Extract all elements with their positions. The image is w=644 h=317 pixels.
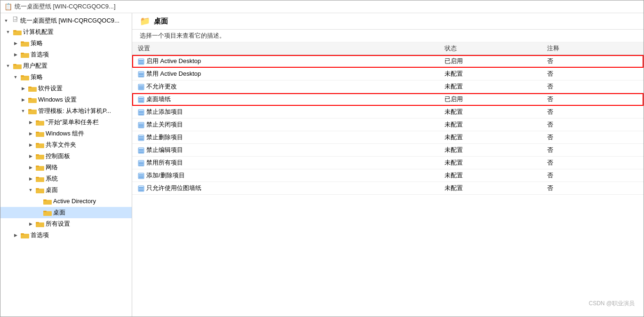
title-bar: 📋 统一桌面壁纸 [WIN-CQRCGQOC9...] bbox=[0, 0, 644, 13]
table-area[interactable]: 设置状态注释 启用 Active Desktop已启用否 禁用 Active D… bbox=[132, 42, 644, 317]
setting-name-cell: 不允许更改 bbox=[132, 80, 439, 93]
tree-toggle[interactable] bbox=[12, 40, 19, 47]
main-window: 📋 统一桌面壁纸 [WIN-CQRCGQOC9...] 统一桌面壁纸 [WIN-… bbox=[0, 0, 644, 317]
table-row[interactable]: 只允许使用位图墙纸未配置否 bbox=[132, 182, 644, 195]
tree-item-preference1[interactable]: 首选项 bbox=[0, 49, 132, 60]
folder-icon bbox=[28, 96, 37, 103]
table-row[interactable]: 禁用 Active Desktop未配置否 bbox=[132, 68, 644, 80]
tree-item-shared-folder[interactable]: 共享文件夹 bbox=[0, 139, 132, 151]
tree-toggle[interactable] bbox=[19, 85, 27, 92]
table-row[interactable]: 禁止关闭项目未配置否 bbox=[132, 119, 644, 131]
tree-item-windows-settings[interactable]: Windows 设置 bbox=[0, 94, 132, 105]
svg-rect-30 bbox=[36, 177, 39, 178]
tree-item-system[interactable]: 系统 bbox=[0, 173, 132, 184]
tree-toggle[interactable] bbox=[19, 96, 27, 103]
table-row[interactable]: 禁止添加项目未配置否 bbox=[132, 106, 644, 119]
window-title: 统一桌面壁纸 [WIN-CQRCGQOC9...] bbox=[15, 2, 116, 11]
setting-name-cell: 添加/删除项目 bbox=[132, 169, 439, 182]
tree-item-label: 管理模板: 从本地计算机P... bbox=[38, 106, 111, 116]
tree-item-strategy1[interactable]: 策略 bbox=[0, 38, 132, 49]
svg-rect-64 bbox=[139, 127, 143, 127]
tree-toggle[interactable] bbox=[27, 220, 34, 228]
tree-toggle[interactable] bbox=[27, 119, 34, 126]
tree-toggle[interactable] bbox=[27, 152, 34, 160]
folder-icon bbox=[36, 153, 44, 159]
tree-toggle[interactable] bbox=[12, 51, 19, 58]
svg-rect-6 bbox=[21, 41, 24, 43]
setting-status-cell: 未配置 bbox=[439, 169, 541, 182]
table-row[interactable]: 启用 Active Desktop已启用否 bbox=[132, 55, 644, 68]
tree-toggle[interactable] bbox=[27, 141, 34, 149]
tree-item-computer-config[interactable]: 计算机配置 bbox=[0, 26, 132, 38]
tree-item-all-settings[interactable]: 所有设置 bbox=[0, 218, 132, 230]
svg-rect-4 bbox=[13, 30, 16, 32]
folder-icon bbox=[36, 164, 44, 171]
tree-item-desktop[interactable]: 桌面 bbox=[0, 184, 132, 196]
tree-item-label: 策略 bbox=[31, 72, 43, 82]
setting-status-cell: 未配置 bbox=[439, 106, 541, 119]
tree-item-preference2[interactable]: 首选项 bbox=[0, 230, 132, 241]
setting-status-cell: 未配置 bbox=[439, 131, 541, 144]
tree-item-windows-components[interactable]: Windows 组件 bbox=[0, 128, 132, 139]
svg-rect-28 bbox=[36, 166, 39, 167]
setting-name-cell: 禁止编辑项目 bbox=[132, 144, 439, 157]
tree-toggle[interactable] bbox=[27, 186, 34, 194]
tree-toggle[interactable] bbox=[12, 231, 19, 239]
tree-item-root[interactable]: 统一桌面壁纸 [WIN-CQRCGQOC9... bbox=[0, 15, 132, 26]
title-icon: 📋 bbox=[4, 3, 12, 10]
tree-item-admin-templates[interactable]: 管理模板: 从本地计算机P... bbox=[0, 105, 132, 117]
table-row[interactable]: 桌面墙纸已启用否 bbox=[132, 93, 644, 106]
tree-item-active-directory[interactable]: Active Directory bbox=[0, 196, 132, 207]
tree-item-label: 计算机配置 bbox=[23, 27, 54, 37]
svg-rect-71 bbox=[139, 151, 143, 151]
tree-pane[interactable]: 统一桌面壁纸 [WIN-CQRCGQOC9... 计算机配置 策略 首选项 用户… bbox=[0, 13, 132, 317]
svg-rect-82 bbox=[139, 187, 143, 188]
tree-item-software-settings[interactable]: 软件设置 bbox=[0, 83, 132, 94]
tree-item-label: Active Directory bbox=[53, 197, 96, 206]
table-row[interactable]: 不允许更改未配置否 bbox=[132, 80, 644, 93]
tree-item-label: 桌面 bbox=[53, 208, 65, 217]
setting-note-cell: 否 bbox=[541, 55, 644, 68]
folder-icon bbox=[13, 29, 22, 35]
folder-icon bbox=[43, 198, 52, 205]
tree-toggle[interactable] bbox=[4, 28, 12, 36]
tree-toggle[interactable] bbox=[4, 62, 12, 70]
svg-rect-22 bbox=[36, 132, 39, 133]
tree-toggle[interactable] bbox=[27, 130, 34, 137]
svg-rect-44 bbox=[139, 63, 143, 64]
svg-rect-60 bbox=[139, 114, 143, 115]
svg-rect-18 bbox=[28, 109, 32, 111]
table-row[interactable]: 禁止编辑项目未配置否 bbox=[132, 144, 644, 157]
svg-rect-40 bbox=[21, 233, 24, 235]
table-row[interactable]: 禁止删除项目未配置否 bbox=[132, 131, 644, 144]
tree-toggle[interactable] bbox=[12, 73, 19, 81]
tree-toggle[interactable] bbox=[27, 175, 34, 182]
tree-item-label: Windows 组件 bbox=[46, 129, 84, 138]
tree-item-start-menu[interactable]: "开始"菜单和任务栏 bbox=[0, 117, 132, 128]
folder-icon bbox=[36, 142, 44, 148]
tree-item-user-config[interactable]: 用户配置 bbox=[0, 60, 132, 71]
svg-rect-8 bbox=[21, 53, 24, 54]
folder-icon bbox=[43, 209, 52, 216]
table-row[interactable]: 禁用所有项目未配置否 bbox=[132, 157, 644, 169]
setting-status-cell: 未配置 bbox=[439, 157, 541, 169]
setting-status-cell: 未配置 bbox=[439, 68, 541, 80]
svg-rect-32 bbox=[36, 188, 39, 190]
tree-toggle[interactable] bbox=[27, 164, 34, 171]
tree-item-strategy2[interactable]: 策略 bbox=[0, 71, 132, 83]
tree-item-control-panel[interactable]: 控制面板 bbox=[0, 151, 132, 162]
svg-rect-24 bbox=[36, 143, 39, 144]
svg-rect-42 bbox=[139, 60, 143, 61]
folder-icon bbox=[13, 63, 22, 69]
setting-note-cell: 否 bbox=[541, 182, 644, 195]
tree-toggle[interactable] bbox=[2, 17, 10, 24]
tree-item-desktop-sub[interactable]: 桌面 bbox=[0, 207, 132, 218]
tree-toggle[interactable] bbox=[19, 107, 27, 115]
tree-item-network[interactable]: 网络 bbox=[0, 162, 132, 173]
tree-item-label: 用户配置 bbox=[23, 61, 48, 71]
tree-item-label: 共享文件夹 bbox=[46, 140, 76, 150]
table-row[interactable]: 添加/删除项目未配置否 bbox=[132, 169, 644, 182]
svg-rect-63 bbox=[139, 125, 143, 126]
svg-rect-67 bbox=[139, 138, 143, 139]
folder-icon bbox=[36, 221, 44, 227]
